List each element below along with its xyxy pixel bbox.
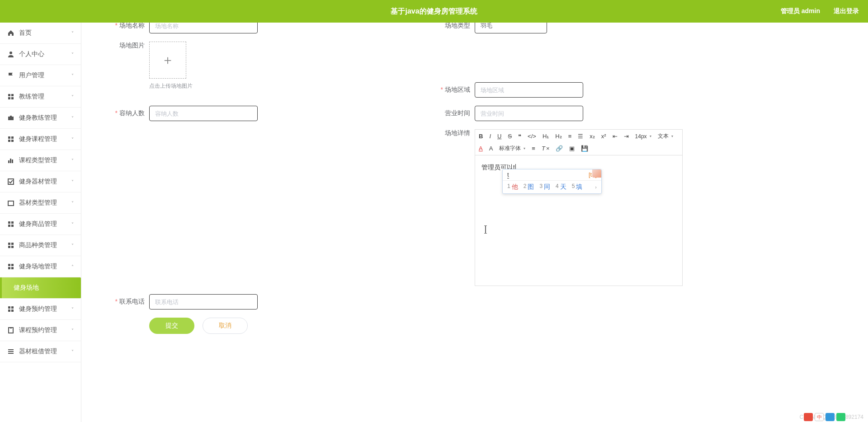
sidebar-item-1[interactable]: 个人中心˅ [0, 44, 81, 65]
sidebar-item-label: 用户管理 [19, 71, 71, 80]
svg-rect-15 [8, 201, 14, 206]
bold-icon[interactable]: B [479, 133, 483, 140]
upload-hint: 点击上传场地图片 [149, 82, 193, 90]
sidebar-item-10[interactable]: 商品种类管理˅ [0, 235, 81, 256]
sidebar-item-2[interactable]: 用户管理˅ [0, 65, 81, 86]
indent-icon[interactable]: ⇤ [613, 133, 618, 140]
svg-rect-4 [11, 97, 14, 99]
ime-more-icon[interactable]: › [595, 184, 597, 190]
sidebar-item-13[interactable]: 健身预约管理˅ [0, 299, 81, 320]
sidebar-item-label: 健身商品管理 [19, 220, 71, 228]
plus-icon: ＋ [161, 52, 174, 69]
svg-rect-29 [11, 306, 14, 309]
admin-label[interactable]: 管理员 admin [781, 7, 820, 15]
text-cursor-icon [482, 225, 489, 234]
quote-icon[interactable]: ❝ [518, 133, 521, 140]
save-icon[interactable]: 💾 [581, 145, 588, 152]
venue-type-label: 场地类型 [425, 23, 470, 30]
venue-name-input[interactable] [149, 23, 258, 33]
sup-icon[interactable]: x² [601, 133, 606, 140]
sidebar-item-14[interactable]: 课程预约管理˅ [0, 320, 81, 341]
details-label: 场地详情 [425, 129, 470, 137]
venue-type-select[interactable] [475, 23, 547, 33]
tray-icon-3[interactable] [826, 413, 835, 421]
clear-icon[interactable]: T× [542, 145, 550, 152]
cancel-button[interactable]: 取消 [203, 318, 248, 334]
bgcolor-icon[interactable]: A [489, 145, 493, 152]
upload-image-box[interactable]: ＋ [149, 42, 186, 79]
submit-button[interactable]: 提交 [149, 318, 194, 334]
sidebar-item-3[interactable]: 教练管理˅ [0, 86, 81, 108]
tray-icon-1[interactable] [804, 413, 813, 421]
tray-icon-4[interactable] [836, 413, 845, 421]
editor-toolbar: B I U S ❝ </> H₁ H₂ ≡ ☰ x₂ x² ⇤ ⇥ [475, 129, 683, 155]
contact-input[interactable] [149, 294, 258, 309]
h2-icon[interactable]: H₂ [555, 133, 561, 140]
area-input[interactable] [475, 82, 583, 98]
sidebar-item-label: 课程类型管理 [19, 156, 71, 164]
chevron-down-icon: ˅ [71, 116, 74, 121]
app-title: 基于java的健身房管理系统 [391, 7, 477, 16]
sidebar-item-9[interactable]: 健身商品管理˅ [0, 214, 81, 235]
svg-rect-14 [8, 179, 14, 184]
fontcolor-icon[interactable]: A [479, 145, 483, 152]
svg-rect-13 [12, 159, 13, 163]
sidebar-item-label: 健身场地管理 [19, 263, 71, 271]
ul-icon[interactable]: ☰ [578, 133, 583, 140]
ime-candidate-4[interactable]: 4天 [556, 183, 566, 191]
sidebar-item-15[interactable]: 器材租借管理˅ [0, 341, 81, 362]
app-header: 基于java的健身房管理系统 管理员 admin 退出登录 [0, 0, 868, 23]
outdent-icon[interactable]: ⇥ [624, 133, 629, 140]
image-icon[interactable]: ▣ [569, 145, 575, 152]
sidebar-item-4[interactable]: 健身教练管理˅ [0, 108, 81, 129]
tray-icon-2[interactable]: 中 [815, 413, 824, 421]
sidebar-item-11[interactable]: 健身场地管理˄ [0, 256, 81, 277]
header-right: 管理员 admin 退出登录 [781, 7, 859, 15]
svg-rect-24 [8, 264, 10, 266]
grid-icon [7, 263, 14, 270]
h1-icon[interactable]: H₁ [542, 133, 549, 140]
underline-icon[interactable]: U [497, 133, 501, 140]
ime-candidate-1[interactable]: 1他 [507, 183, 518, 191]
svg-rect-3 [8, 97, 10, 99]
italic-icon[interactable]: I [489, 133, 491, 140]
sidebar-item-5[interactable]: 健身课程管理˅ [0, 129, 81, 150]
ime-candidate-2[interactable]: 2图 [524, 183, 534, 191]
grid-icon [7, 220, 14, 228]
chevron-down-icon: ˅ [71, 328, 74, 333]
sidebar-item-label: 器材类型管理 [19, 199, 71, 207]
strike-icon[interactable]: S [508, 133, 512, 140]
sidebar-item-8[interactable]: 器材类型管理˅ [0, 192, 81, 214]
chevron-down-icon: ˅ [71, 31, 74, 36]
ime-candidate-3[interactable]: 3同 [539, 183, 550, 191]
ol-icon[interactable]: ≡ [568, 133, 572, 140]
sidebar-item-7[interactable]: 健身器材管理˅ [0, 171, 81, 192]
editor-textarea[interactable]: 管理员可以t t [ta] 1他2图3同4天5填› [475, 155, 683, 286]
code-icon[interactable]: </> [528, 133, 536, 140]
sidebar-item-12[interactable]: 健身场地 [0, 277, 81, 299]
sidebar-item-6[interactable]: 课程类型管理˅ [0, 150, 81, 171]
logout-link[interactable]: 退出登录 [834, 7, 859, 15]
svg-rect-25 [11, 264, 14, 266]
hours-label: 营业时间 [425, 109, 470, 117]
fontfamily-select[interactable]: 标准字体▾ [499, 145, 525, 152]
sidebar-item-label: 商品种类管理 [19, 241, 71, 249]
svg-rect-19 [11, 225, 14, 227]
sidebar-item-label: 器材租借管理 [19, 347, 71, 356]
sidebar-item-label: 首页 [19, 29, 71, 37]
grid-icon [7, 242, 14, 249]
chevron-down-icon: ˅ [71, 222, 74, 227]
sub-icon[interactable]: x₂ [590, 133, 595, 140]
venue-name-label: *场地名称 [99, 23, 145, 30]
chevron-down-icon: ˅ [71, 179, 74, 184]
text-format-select[interactable]: 文本▾ [658, 132, 673, 140]
fontsize-select[interactable]: 14px▾ [635, 133, 651, 140]
sidebar-item-0[interactable]: 首页˅ [0, 23, 81, 44]
align-icon[interactable]: ≡ [532, 145, 535, 152]
hours-input[interactable] [475, 106, 583, 121]
chevron-down-icon: ˅ [71, 94, 74, 99]
capacity-input[interactable] [149, 106, 258, 121]
ime-candidate-5[interactable]: 5填 [572, 183, 583, 191]
link-icon[interactable]: 🔗 [556, 145, 563, 152]
list-icon [7, 348, 14, 355]
